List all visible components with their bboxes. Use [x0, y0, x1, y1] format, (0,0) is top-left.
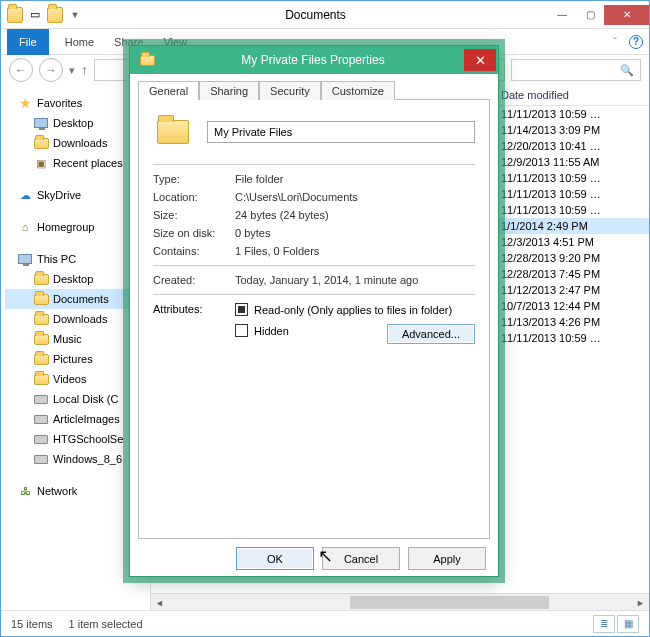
cloud-icon: ☁	[17, 187, 33, 203]
folder-name-input[interactable]	[207, 121, 475, 143]
scroll-left-icon[interactable]: ◄	[151, 594, 168, 611]
folder-icon	[33, 135, 49, 151]
help-icon[interactable]: ?	[629, 35, 643, 49]
view-icons-button[interactable]: ▦	[617, 615, 639, 633]
label-contains: Contains:	[153, 245, 235, 257]
tree-pc-pictures[interactable]: Pictures	[5, 349, 146, 369]
folder-icon	[7, 7, 23, 23]
value-location: C:\Users\Lori\Documents	[235, 191, 475, 203]
label-hidden: Hidden	[254, 325, 289, 337]
checkbox-tri-icon	[235, 303, 248, 316]
window-title: Documents	[83, 8, 548, 22]
cell-date: 11/11/2013 10:59 …	[501, 172, 641, 184]
tree-pc-documents[interactable]: Documents	[5, 289, 146, 309]
search-input[interactable]: 🔍	[511, 59, 641, 81]
label-size: Size:	[153, 209, 235, 221]
dialog-titlebar[interactable]: My Private Files Properties ✕	[130, 46, 498, 74]
tree-favorites[interactable]: ★Favorites	[5, 93, 146, 113]
tree-pc-windows8[interactable]: Windows_8_6	[5, 449, 146, 469]
properties-qat-icon[interactable]: ▭	[27, 7, 43, 23]
value-created: Today, January 1, 2014, 1 minute ago	[235, 274, 475, 286]
back-button[interactable]: ←	[9, 58, 33, 82]
tab-sharing[interactable]: Sharing	[199, 81, 259, 100]
cell-date: 12/28/2013 7:45 PM	[501, 268, 641, 280]
folder-icon	[138, 51, 156, 69]
tab-file[interactable]: File	[7, 29, 49, 55]
tree-pc-htgschool[interactable]: HTGSchoolSe	[5, 429, 146, 449]
search-icon: 🔍	[620, 64, 634, 77]
cancel-button[interactable]: Cancel	[322, 547, 400, 570]
explorer-window: ▭ ▼ Documents — ▢ ✕ File Home Share View…	[0, 0, 650, 637]
checkbox-empty-icon	[235, 324, 248, 337]
tab-security-dlg[interactable]: Security	[259, 81, 321, 100]
minimize-button[interactable]: —	[548, 5, 576, 25]
recent-icon: ▣	[33, 155, 49, 171]
apply-button[interactable]: Apply	[408, 547, 486, 570]
tree-fav-downloads[interactable]: Downloads	[5, 133, 146, 153]
tab-page-general: Type:File folder Location:C:\Users\Lori\…	[138, 99, 490, 539]
checkbox-readonly[interactable]: Read-only (Only applies to files in fold…	[235, 303, 475, 316]
tab-customize[interactable]: Customize	[321, 81, 395, 100]
maximize-button[interactable]: ▢	[576, 5, 604, 25]
label-location: Location:	[153, 191, 235, 203]
value-contains: 1 Files, 0 Folders	[235, 245, 475, 257]
tab-home[interactable]: Home	[61, 32, 98, 52]
tree-fav-desktop[interactable]: Desktop	[5, 113, 146, 133]
tree-thispc[interactable]: This PC	[5, 249, 146, 269]
tree-homegroup[interactable]: ⌂Homegroup	[5, 217, 146, 237]
advanced-button[interactable]: Advanced...	[387, 324, 475, 344]
cell-date: 12/9/2013 11:55 AM	[501, 156, 641, 168]
close-button[interactable]: ✕	[604, 5, 649, 25]
drive-icon	[33, 431, 49, 447]
cell-date: 11/14/2013 3:09 PM	[501, 124, 641, 136]
tree-network[interactable]: 🖧Network	[5, 481, 146, 501]
scroll-thumb[interactable]	[350, 596, 549, 609]
drive-icon	[33, 451, 49, 467]
horizontal-scrollbar[interactable]: ◄ ►	[151, 593, 649, 610]
status-item-count: 15 items	[11, 618, 53, 630]
tree-pc-downloads[interactable]: Downloads	[5, 309, 146, 329]
folder-large-icon	[153, 112, 193, 152]
scroll-right-icon[interactable]: ►	[632, 594, 649, 611]
label-attributes: Attributes:	[153, 303, 235, 345]
ribbon-collapse-icon[interactable]: ˇ	[613, 36, 617, 48]
history-dropdown-icon[interactable]: ▾	[69, 64, 75, 77]
folder-icon	[33, 371, 49, 387]
view-details-button[interactable]: ≣	[593, 615, 615, 633]
tree-pc-articleimages[interactable]: ArticleImages	[5, 409, 146, 429]
titlebar: ▭ ▼ Documents — ▢ ✕	[1, 1, 649, 29]
cell-date: 11/11/2013 10:59 …	[501, 332, 641, 344]
col-date-modified[interactable]: Date modified	[501, 89, 641, 101]
tree-skydrive[interactable]: ☁SkyDrive	[5, 185, 146, 205]
cell-date: 12/28/2013 9:20 PM	[501, 252, 641, 264]
cell-date: 12/3/2013 4:51 PM	[501, 236, 641, 248]
tree-fav-recent[interactable]: ▣Recent places	[5, 153, 146, 173]
label-readonly: Read-only (Only applies to files in fold…	[254, 304, 452, 316]
newfolder-qat-icon[interactable]	[47, 7, 63, 23]
cell-date: 12/20/2013 10:41 …	[501, 140, 641, 152]
label-created: Created:	[153, 274, 235, 286]
value-type: File folder	[235, 173, 475, 185]
tree-pc-desktop[interactable]: Desktop	[5, 269, 146, 289]
forward-button[interactable]: →	[39, 58, 63, 82]
cell-date: 11/11/2013 10:59 …	[501, 108, 641, 120]
checkbox-hidden[interactable]: Hidden	[235, 324, 289, 337]
tree-pc-videos[interactable]: Videos	[5, 369, 146, 389]
label-sizeondisk: Size on disk:	[153, 227, 235, 239]
qat-dropdown-icon[interactable]: ▼	[67, 7, 83, 23]
dialog-tabs: General Sharing Security Customize	[130, 74, 498, 99]
dialog-close-button[interactable]: ✕	[464, 49, 496, 71]
desktop-icon	[33, 115, 49, 131]
tab-general[interactable]: General	[138, 81, 199, 100]
up-button[interactable]: ↑	[81, 62, 88, 78]
folder-icon	[33, 351, 49, 367]
ok-button[interactable]: OK	[236, 547, 314, 570]
tree-pc-localdisk[interactable]: Local Disk (C	[5, 389, 146, 409]
value-sizeondisk: 0 bytes	[235, 227, 475, 239]
quick-access-toolbar: ▭ ▼	[7, 7, 83, 23]
properties-dialog: My Private Files Properties ✕ General Sh…	[129, 45, 499, 577]
drive-icon	[33, 411, 49, 427]
cell-date: 10/7/2013 12:44 PM	[501, 300, 641, 312]
homegroup-icon: ⌂	[17, 219, 33, 235]
tree-pc-music[interactable]: Music	[5, 329, 146, 349]
